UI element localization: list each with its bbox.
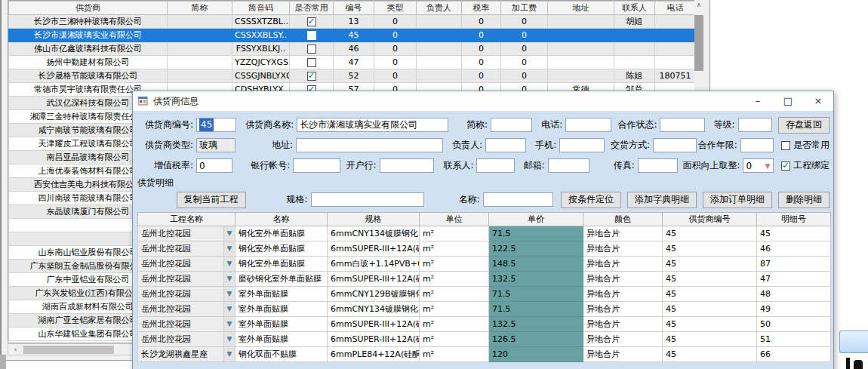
chevron-down-icon[interactable]: ▼ — [223, 332, 235, 346]
email-field[interactable] — [548, 158, 589, 173]
scrollbar-left-icon[interactable]: ‹ — [10, 345, 21, 354]
chevron-down-icon[interactable]: ▼ — [223, 302, 235, 316]
address-field[interactable] — [296, 138, 443, 152]
chevron-down-icon[interactable]: ▼ — [223, 272, 235, 286]
detail-row[interactable]: 岳州北控花园 ▼ 室外单面贴膜 6mmSUPER-III+12A(硅... m²… — [138, 317, 831, 332]
add-order-detail-button[interactable]: 添加订单明细 — [703, 192, 772, 208]
common-checkbox[interactable] — [307, 31, 316, 40]
detail-row[interactable]: 长沙龙湖祺鑫星座 ▼ 钢化双面不贴膜 6mmPLE84+12A(硅酮胶... m… — [138, 347, 831, 362]
cell-supplier-name: 佛山市亿鑫玻璃科技有限公司 — [9, 42, 168, 56]
col-header-fee[interactable]: 加工费 — [501, 2, 548, 15]
fax-field[interactable] — [638, 158, 679, 173]
detail-row[interactable]: 岳州北控花园 ▼ 钢化室外单面贴膜 6mmSUPER-III+12A(硅... … — [138, 241, 831, 257]
contact-field[interactable] — [476, 158, 514, 173]
col-header-supplier[interactable]: 供货商 — [9, 2, 168, 15]
manager-field[interactable] — [485, 138, 526, 152]
close-button[interactable]: × — [803, 91, 833, 111]
is-common-checkbox[interactable]: 是否常用 — [781, 139, 830, 152]
delivery-field[interactable] — [653, 138, 697, 152]
col-header-unit[interactable]: 单位 — [420, 213, 489, 226]
col-header-shortname[interactable]: 简称 — [168, 2, 232, 15]
delivery-label: 交货方式: — [605, 139, 653, 152]
cell-project[interactable]: 岳州北控花园 ▼ — [138, 241, 235, 257]
col-header-color[interactable]: 颜色 — [583, 213, 663, 226]
phone-field[interactable] — [565, 118, 611, 132]
name-filter-input[interactable] — [483, 192, 553, 207]
maximize-button[interactable]: □ — [773, 91, 803, 111]
cell-project[interactable]: 岳州北控花园 ▼ — [138, 226, 235, 241]
col-header-supplier-id[interactable]: 供货商编号 — [663, 213, 757, 226]
area-round-up-label: 面积向上取整: — [678, 159, 743, 172]
vertical-scrollbar-thumb[interactable] — [694, 15, 703, 71]
detail-row[interactable]: 岳州北控花园 ▼ 室外单面贴膜 6mmCNY134镀膜钢化 m² 71.5 异地… — [138, 302, 831, 317]
col-header-spec[interactable]: 规格 — [328, 213, 420, 226]
grade-field[interactable] — [738, 118, 772, 132]
chevron-down-icon[interactable]: ▼ — [223, 347, 235, 361]
supplier-type-field[interactable] — [196, 138, 235, 152]
cell-contact — [614, 42, 655, 56]
supplier-name-field[interactable] — [297, 118, 448, 132]
add-dictionary-detail-button[interactable]: 添加字典明细 — [627, 192, 697, 208]
chevron-down-icon[interactable]: ▼ — [223, 241, 235, 256]
vat-rate-field[interactable] — [196, 158, 232, 173]
cell-project[interactable]: 岳州北控花园 ▼ — [138, 317, 235, 332]
col-header-id[interactable]: 编号 — [334, 2, 374, 15]
cell-type: 0 — [374, 69, 417, 83]
col-header-contact[interactable]: 联系人 — [614, 2, 655, 15]
detail-row[interactable]: 岳州北控花园 ▼ 钢化室外单面贴膜 6mm白玻+1.14PVB+6mm... m… — [138, 257, 831, 272]
col-header-phone[interactable]: 电话 — [655, 2, 696, 15]
cell-project[interactable]: 岳州北控花园 ▼ — [138, 332, 235, 347]
save-return-button[interactable]: 存盘返回 — [778, 117, 830, 134]
common-checkbox[interactable] — [307, 17, 316, 26]
coop-years-field[interactable] — [740, 138, 774, 152]
supplier-id-field[interactable]: 45 — [196, 118, 236, 132]
supplier-row[interactable]: 长沙晟格节能玻璃有限公司 CSSGJNBLYXGS 52 0 0 0 陈姐 18… — [9, 69, 696, 83]
spec-filter-input[interactable] — [311, 192, 424, 207]
minimize-button[interactable]: – — [743, 91, 773, 111]
col-header-manager[interactable]: 负责人 — [417, 2, 462, 15]
cell-project[interactable]: 长沙龙湖祺鑫星座 ▼ — [138, 347, 235, 362]
cell-project[interactable]: 岳州北控花园 ▼ — [138, 257, 235, 272]
common-checkbox[interactable] — [307, 58, 316, 67]
supplier-row[interactable]: 佛山市亿鑫玻璃科技有限公司 FSSYXBLKJ.. 46 0 0 0 — [9, 42, 696, 56]
chevron-down-icon[interactable]: ▼ — [223, 226, 235, 241]
area-round-up-dropdown[interactable]: 0 ▼ — [743, 158, 774, 173]
bank-name-field[interactable] — [380, 158, 435, 173]
common-checkbox[interactable] — [307, 45, 316, 54]
col-header-detail-id[interactable]: 明细号 — [757, 213, 831, 226]
supplier-row[interactable]: 长沙市三湘特种玻璃有限公司 CSSSXTZBL.. 13 0 0 0 胡姐 — [9, 15, 696, 29]
supplier-row[interactable]: 扬州中勤建材有限公司 YZZQJCYXGS 47 0 0 0 — [9, 56, 696, 69]
bank-account-field[interactable] — [293, 158, 340, 173]
common-checkbox[interactable] — [307, 72, 316, 81]
detail-row[interactable]: 岳州北控花园 ▼ 室外单面贴膜 6mmCNY129B镀膜钢化 m² 71.5 异… — [138, 287, 831, 302]
dialog-titlebar[interactable]: 供货商信息 – □ × — [133, 91, 833, 111]
locate-by-condition-button[interactable]: 按条件定位 — [561, 192, 621, 208]
cell-project[interactable]: 岳州北控花园 ▼ — [138, 302, 235, 317]
detail-row[interactable]: 岳州北控花园 ▼ 室外单面贴膜 6mmSUPER-III+12A(硅... m²… — [138, 332, 831, 347]
copy-current-project-button[interactable]: 复制当前工程 — [177, 192, 246, 208]
col-header-tax[interactable]: 税率 — [462, 2, 501, 15]
supplier-row[interactable]: 长沙市潇湘玻璃实业有限公司 CSSXXBLSY.. 45 0 0 0 — [9, 29, 696, 42]
short-name-field[interactable] — [491, 118, 532, 132]
col-header-project[interactable]: 工程名称 — [138, 213, 235, 226]
col-header-price[interactable]: 单价 — [489, 213, 583, 226]
col-header-type[interactable]: 类型 — [374, 2, 417, 15]
delete-detail-button[interactable]: 删除明细 — [778, 192, 830, 208]
chevron-down-icon[interactable]: ▼ — [223, 287, 235, 301]
mobile-field[interactable] — [559, 138, 605, 152]
chevron-down-icon[interactable]: ▼ — [223, 257, 235, 271]
project-bind-checkbox[interactable]: 工程绑定 — [781, 159, 830, 172]
coop-status-field[interactable] — [660, 118, 704, 132]
detail-row[interactable]: 岳州北控花园 ▼ 磨砂钢化室外单面贴膜 6mmSUPER-III+12A(硅..… — [138, 272, 831, 287]
detail-row[interactable]: 岳州北控花园 ▼ 钢化室外单面贴膜 6mmCNY134镀膜钢化 m² 71.5 … — [138, 226, 831, 241]
cell-project[interactable]: 岳州北控花园 ▼ — [138, 272, 235, 287]
chevron-down-icon[interactable]: ▼ — [223, 317, 235, 331]
cell-id: 47 — [334, 56, 374, 69]
col-header-name[interactable]: 名称 — [235, 213, 328, 226]
col-header-address[interactable]: 地址 — [548, 2, 614, 15]
cell-project[interactable]: 岳州北控花园 ▼ — [138, 287, 235, 302]
scrollbar-up-icon[interactable]: ∧ — [694, 0, 703, 10]
col-header-code[interactable]: 简音码 — [232, 2, 290, 15]
horizontal-scrollbar-thumb[interactable] — [23, 346, 114, 354]
col-header-common[interactable]: 是否常用 — [290, 2, 334, 15]
